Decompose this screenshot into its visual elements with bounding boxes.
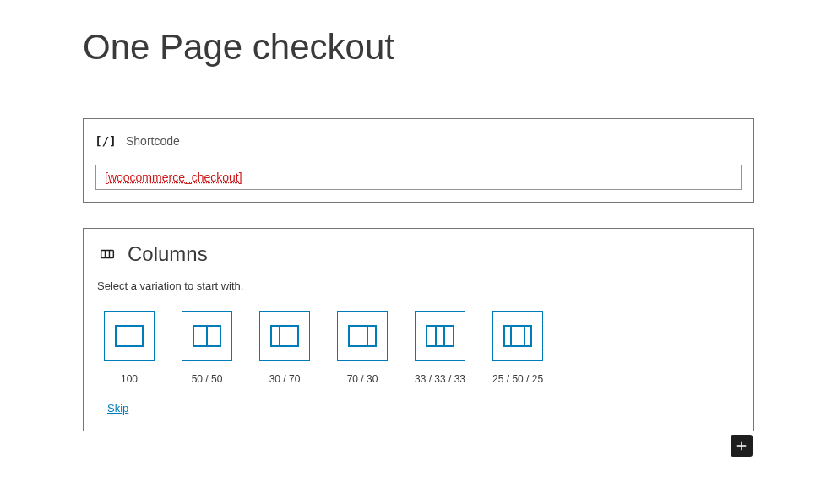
variation-icon: [104, 311, 155, 361]
svg-rect-10: [427, 326, 454, 346]
columns-block[interactable]: Columns Select a variation to start with…: [83, 228, 754, 431]
columns-icon: [97, 244, 117, 264]
svg-rect-6: [271, 326, 298, 346]
add-block-button[interactable]: [731, 435, 753, 457]
editor-content: One Page checkout [/] Shortcode Columns …: [83, 27, 754, 431]
variation-label: 30 / 70: [269, 373, 301, 385]
svg-rect-0: [101, 250, 114, 257]
shortcode-block[interactable]: [/] Shortcode: [83, 118, 754, 203]
variation-label: 25 / 50 / 25: [492, 373, 543, 385]
shortcode-input[interactable]: [95, 165, 742, 190]
svg-rect-8: [349, 326, 376, 346]
shortcode-block-label: Shortcode: [126, 134, 180, 148]
columns-block-header: Columns: [97, 242, 740, 266]
variation-100[interactable]: 100: [104, 311, 155, 385]
variation-33-33-33[interactable]: 33 / 33 / 33: [415, 311, 465, 385]
variation-50-50[interactable]: 50 / 50: [182, 311, 232, 385]
variation-icon: [415, 311, 465, 361]
variations-row: 100 50 / 50 30 / 70: [97, 311, 740, 385]
variation-label: 50 / 50: [192, 373, 223, 385]
variation-label: 33 / 33 / 33: [415, 373, 465, 385]
block-header: [/] Shortcode: [95, 131, 742, 151]
variation-30-70[interactable]: 30 / 70: [259, 311, 310, 385]
variation-25-50-25[interactable]: 25 / 50 / 25: [492, 311, 543, 385]
columns-block-title: Columns: [128, 242, 208, 266]
variation-icon: [337, 311, 388, 361]
variation-label: 70 / 30: [347, 373, 378, 385]
variation-icon: [259, 311, 310, 361]
svg-rect-13: [504, 326, 531, 346]
plus-icon: [734, 438, 749, 453]
variation-label: 100: [121, 373, 138, 385]
columns-block-subtitle: Select a variation to start with.: [97, 279, 740, 292]
svg-rect-3: [116, 326, 143, 346]
variation-icon: [182, 311, 232, 361]
variation-70-30[interactable]: 70 / 30: [337, 311, 388, 385]
skip-button[interactable]: Skip: [97, 402, 128, 415]
page-title[interactable]: One Page checkout: [83, 27, 754, 68]
variation-icon: [492, 311, 543, 361]
shortcode-icon: [/]: [95, 131, 116, 151]
